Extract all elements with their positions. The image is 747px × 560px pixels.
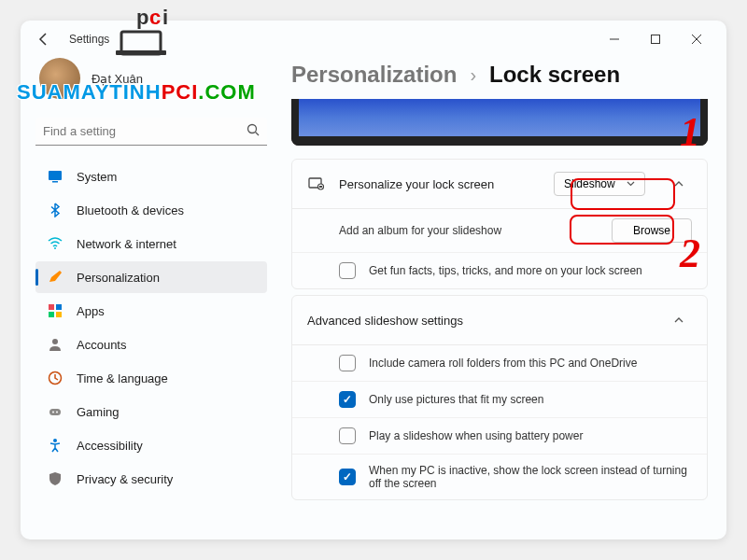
accessibility-icon xyxy=(47,437,63,454)
svg-rect-15 xyxy=(56,304,62,310)
maximize-button[interactable] xyxy=(635,25,676,53)
option-label: Play a slideshow when using battery powe… xyxy=(369,429,692,442)
sidebar-item-privacy[interactable]: Privacy & security xyxy=(35,463,267,495)
main-content: Personalization › Lock screen Personaliz… xyxy=(282,58,726,539)
user-profile[interactable]: Đạt Xuân xyxy=(35,58,267,99)
expand-toggle[interactable] xyxy=(666,307,692,333)
time-icon xyxy=(47,370,63,386)
sidebar-item-personalization[interactable]: Personalization xyxy=(35,261,267,293)
svg-rect-17 xyxy=(56,312,62,317)
option-battery[interactable]: Play a slideshow when using battery powe… xyxy=(292,417,707,454)
sidebar-item-network[interactable]: Network & internet xyxy=(35,228,267,259)
option-label: Include camera roll folders from this PC… xyxy=(369,357,692,370)
checkbox[interactable] xyxy=(339,355,356,371)
settings-window: Settings Đạt Xuân xyxy=(21,21,726,539)
sidebar-item-accounts[interactable]: Accounts xyxy=(35,329,267,360)
svg-rect-6 xyxy=(652,35,660,44)
svg-rect-20 xyxy=(49,409,61,415)
personalize-title: Personalize your lock screen xyxy=(339,177,541,191)
close-button[interactable] xyxy=(676,25,717,53)
advanced-header[interactable]: Advanced slideshow settings xyxy=(292,296,707,344)
search-box[interactable] xyxy=(35,118,267,146)
sidebar-item-label: Accounts xyxy=(77,338,126,352)
expand-toggle[interactable] xyxy=(666,171,692,197)
svg-point-21 xyxy=(52,412,54,413)
svg-point-13 xyxy=(54,247,56,249)
chevron-right-icon: › xyxy=(470,64,476,86)
svg-point-22 xyxy=(56,412,58,413)
sidebar-item-label: Privacy & security xyxy=(77,472,173,486)
sidebar-item-label: Apps xyxy=(77,304,105,318)
sidebar-item-label: System xyxy=(77,170,117,184)
back-button[interactable] xyxy=(30,25,58,53)
sidebar-item-apps[interactable]: Apps xyxy=(35,295,267,327)
personalize-header[interactable]: Personalize your lock screen Slideshow xyxy=(292,160,707,208)
svg-rect-16 xyxy=(49,312,54,317)
add-album-row: Add an album for your slideshow Browse xyxy=(292,208,707,252)
accounts-icon xyxy=(47,336,63,353)
svg-point-23 xyxy=(53,439,57,442)
lockscreen-icon xyxy=(307,175,326,193)
sidebar-item-label: Personalization xyxy=(77,271,160,285)
privacy-icon xyxy=(47,470,63,487)
sidebar-item-label: Accessibility xyxy=(77,439,143,453)
svg-point-9 xyxy=(248,125,257,133)
svg-point-18 xyxy=(52,339,58,344)
svg-rect-26 xyxy=(319,186,322,188)
funfacts-checkbox[interactable] xyxy=(339,262,356,279)
dropdown-value: Slideshow xyxy=(564,177,615,190)
lockscreen-preview xyxy=(291,99,708,146)
minimize-button[interactable] xyxy=(594,25,635,53)
sidebar-item-label: Gaming xyxy=(77,405,120,419)
personalize-card: Personalize your lock screen Slideshow A… xyxy=(291,159,708,289)
option-label: When my PC is inactive, show the lock sc… xyxy=(369,464,692,490)
svg-rect-12 xyxy=(52,181,58,183)
advanced-card: Advanced slideshow settings Include came… xyxy=(291,295,708,500)
checkbox[interactable] xyxy=(339,469,356,485)
sidebar-item-accessibility[interactable]: Accessibility xyxy=(35,429,267,461)
sidebar-item-system[interactable]: System xyxy=(35,161,267,192)
sidebar-item-gaming[interactable]: Gaming xyxy=(35,396,267,427)
nav: System Bluetooth & devices Network & int… xyxy=(35,161,267,495)
chevron-down-icon xyxy=(627,177,635,190)
add-album-label: Add an album for your slideshow xyxy=(339,224,599,237)
option-fit-screen[interactable]: Only use pictures that fit my screen xyxy=(292,381,707,417)
option-inactive[interactable]: When my PC is inactive, show the lock sc… xyxy=(292,454,707,499)
sidebar-item-bluetooth[interactable]: Bluetooth & devices xyxy=(35,194,267,226)
option-label: Only use pictures that fit my screen xyxy=(369,393,692,406)
gaming-icon xyxy=(47,403,63,420)
funfacts-row[interactable]: Get fun facts, tips, tricks, and more on… xyxy=(292,252,707,288)
breadcrumb-current: Lock screen xyxy=(489,62,620,88)
apps-icon xyxy=(47,302,63,319)
breadcrumb: Personalization › Lock screen xyxy=(291,62,708,88)
svg-line-10 xyxy=(256,133,260,136)
personalization-icon xyxy=(47,269,63,286)
breadcrumb-parent[interactable]: Personalization xyxy=(291,62,457,88)
lockscreen-mode-dropdown[interactable]: Slideshow xyxy=(554,172,645,196)
checkbox[interactable] xyxy=(339,427,356,444)
funfacts-label: Get fun facts, tips, tricks, and more on… xyxy=(369,264,692,277)
app-title: Settings xyxy=(69,33,109,46)
sidebar-item-label: Time & language xyxy=(77,371,168,385)
browse-button[interactable]: Browse xyxy=(612,218,692,243)
sidebar-item-label: Network & internet xyxy=(77,237,176,251)
checkbox[interactable] xyxy=(339,391,356,408)
svg-rect-11 xyxy=(49,171,62,180)
search-icon xyxy=(247,123,260,139)
avatar xyxy=(39,58,80,99)
option-camera-roll[interactable]: Include camera roll folders from this PC… xyxy=(292,344,707,381)
bluetooth-icon xyxy=(47,202,63,218)
sidebar: Đạt Xuân System Bluetooth & devices xyxy=(21,58,282,539)
titlebar: Settings xyxy=(21,21,726,58)
advanced-title: Advanced slideshow settings xyxy=(307,314,645,328)
sidebar-item-time[interactable]: Time & language xyxy=(35,362,267,394)
sidebar-item-label: Bluetooth & devices xyxy=(77,203,184,217)
wifi-icon xyxy=(47,235,63,252)
search-input[interactable] xyxy=(43,124,247,138)
svg-rect-14 xyxy=(49,304,54,310)
user-name: Đạt Xuân xyxy=(92,72,143,86)
system-icon xyxy=(47,168,63,185)
